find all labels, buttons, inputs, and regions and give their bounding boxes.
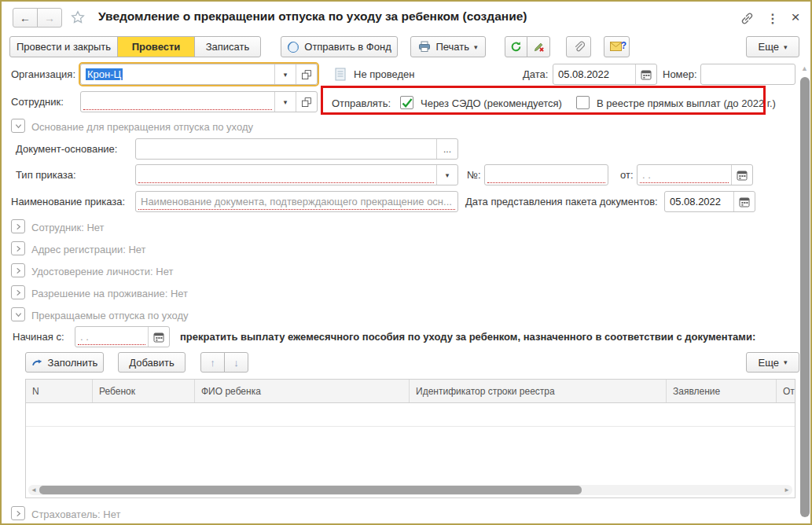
- order-name-field[interactable]: Наименование документа, подтверждающего …: [135, 191, 458, 212]
- package-date-calendar-button[interactable]: [733, 192, 755, 211]
- favorite-star-icon[interactable]: [68, 8, 87, 27]
- residence-section-toggle[interactable]: [11, 285, 25, 299]
- reason-section-title[interactable]: Основание для прекращения отпуска по ухо…: [31, 121, 253, 133]
- mail-question-button[interactable]: ?: [604, 36, 630, 57]
- package-date-field[interactable]: 05.08.2022: [664, 191, 755, 212]
- order-type-dropdown-button[interactable]: ▾: [436, 165, 457, 185]
- vertical-scrollbar-thumb[interactable]: [800, 77, 810, 517]
- calendar-icon: [737, 170, 748, 181]
- move-down-button[interactable]: ↓: [224, 352, 248, 373]
- employee-section-title[interactable]: Сотрудник: Нет: [31, 222, 105, 233]
- move-row-group: ↑ ↓: [200, 352, 248, 373]
- order-number-field[interactable]: [484, 164, 608, 185]
- sedo-checkbox-label[interactable]: Через СЭДО (рекомендуется): [421, 93, 562, 114]
- move-up-button[interactable]: ↑: [200, 352, 225, 373]
- open-icon: [302, 70, 311, 79]
- number-label: Номер:: [663, 64, 697, 85]
- chevron-down-icon: ▾: [784, 358, 788, 366]
- employee-open-button[interactable]: [296, 92, 317, 112]
- table-header-row: N Ребенок ФИО ребенка Идентификатор стро…: [26, 380, 795, 403]
- write-button[interactable]: Записать: [194, 36, 261, 57]
- starting-date-calendar-button[interactable]: [148, 327, 169, 347]
- leaves-section-title[interactable]: Прекращаемые отпуска по уходу: [31, 310, 189, 321]
- package-date-value: 05.08.2022: [670, 196, 721, 207]
- address-section-title[interactable]: Адрес регистрации: Нет: [31, 244, 146, 255]
- refresh-button[interactable]: [505, 36, 527, 57]
- reason-section-toggle[interactable]: [11, 119, 25, 133]
- chevron-down-icon: [15, 123, 22, 130]
- toolbar-more-button[interactable]: Еще▾: [746, 36, 799, 57]
- document-status-icon: [335, 68, 346, 81]
- scroll-left-icon[interactable]: ◄: [31, 485, 37, 495]
- date-field[interactable]: 05.08.2022: [553, 64, 657, 85]
- close-icon[interactable]: ×: [786, 8, 805, 27]
- registry-checkbox-label[interactable]: В реестре прямых выплат (до 2022 г.): [597, 93, 776, 114]
- column-header-child-name[interactable]: ФИО ребенка: [195, 380, 410, 402]
- chevron-down-icon: [15, 311, 22, 318]
- chevron-right-icon: [15, 289, 22, 296]
- pencil-cancel-icon: [533, 41, 545, 53]
- printer-icon: [418, 41, 431, 53]
- package-date-label: Дата представления пакета документов:: [465, 191, 658, 212]
- chevron-right-icon: [15, 245, 22, 252]
- attachments-button[interactable]: [566, 36, 591, 57]
- number-field[interactable]: [700, 64, 795, 85]
- employee-section-toggle[interactable]: [11, 219, 25, 233]
- column-header-registry-id[interactable]: Идентификатор строки реестра: [410, 380, 667, 402]
- column-header-application[interactable]: Заявление: [667, 380, 777, 402]
- refresh-icon: [510, 41, 522, 53]
- employee-field[interactable]: ▾: [80, 91, 318, 112]
- doc-base-choose-button[interactable]: ...: [436, 139, 457, 159]
- identity-section-title[interactable]: Удостоверение личности: Нет: [31, 266, 173, 277]
- order-date-field[interactable]: . .: [637, 164, 753, 185]
- post-and-close-button[interactable]: Провести и закрыть: [9, 36, 118, 57]
- date-calendar-button[interactable]: [635, 64, 656, 84]
- starting-date-placeholder: . .: [80, 331, 89, 343]
- organization-field[interactable]: Крон-Ц ▾: [80, 64, 318, 85]
- starting-date-field[interactable]: . .: [75, 326, 170, 347]
- column-header-responsible[interactable]: Отв: [777, 380, 795, 402]
- leaves-section-toggle[interactable]: [11, 307, 25, 321]
- column-header-child[interactable]: Ребенок: [93, 380, 195, 402]
- check-icon: [402, 98, 413, 108]
- cancel-edit-button[interactable]: [527, 36, 550, 57]
- order-date-calendar-button[interactable]: [731, 165, 752, 185]
- horizontal-scrollbar[interactable]: ◄ ►: [28, 485, 792, 495]
- insurer-section-title[interactable]: Страхователь: Нет: [31, 508, 120, 520]
- employee-dropdown-button[interactable]: ▾: [274, 92, 296, 112]
- chevron-down-icon: ▾: [446, 171, 450, 179]
- add-button[interactable]: Добавить: [118, 352, 186, 373]
- back-icon: ←: [20, 12, 31, 24]
- scroll-up-icon[interactable]: ▲: [801, 64, 808, 72]
- organization-dropdown-button[interactable]: ▾: [274, 64, 296, 84]
- chevron-right-icon: [15, 267, 22, 274]
- horizontal-scrollbar-thumb[interactable]: [39, 486, 582, 494]
- print-button[interactable]: Печать ▾: [410, 36, 486, 57]
- order-type-field[interactable]: ▾: [135, 164, 458, 185]
- sedo-checkbox[interactable]: [400, 96, 413, 109]
- organization-open-button[interactable]: [296, 64, 317, 84]
- column-header-n[interactable]: N: [26, 380, 93, 402]
- back-button[interactable]: ←: [13, 8, 38, 28]
- order-name-placeholder: Наименование документа, подтверждающего …: [141, 196, 452, 207]
- address-section-toggle[interactable]: [11, 241, 25, 255]
- post-button[interactable]: Провести: [117, 36, 195, 57]
- insurer-section-toggle[interactable]: [11, 506, 25, 520]
- table-empty-row[interactable]: [26, 403, 795, 427]
- scroll-right-icon[interactable]: ►: [784, 485, 790, 495]
- residence-section-title[interactable]: Разрешение на проживание: Нет: [31, 288, 188, 299]
- table-more-button[interactable]: Еще▾: [746, 352, 799, 373]
- kebab-menu-icon[interactable]: ⋮: [763, 9, 782, 28]
- doc-base-field[interactable]: ...: [135, 138, 458, 160]
- mail-question-icon: ?: [610, 42, 623, 52]
- identity-section-toggle[interactable]: [11, 263, 25, 277]
- send-to-fund-button[interactable]: Отправить в Фонд: [281, 36, 398, 57]
- page-title: Уведомление о прекращении отпуска по ухо…: [98, 9, 527, 24]
- forward-button[interactable]: →: [37, 8, 62, 28]
- date-value: 05.08.2022: [558, 68, 609, 80]
- get-link-icon[interactable]: [737, 9, 756, 28]
- open-icon: [302, 97, 311, 107]
- registry-checkbox[interactable]: [576, 96, 590, 109]
- organization-value: Крон-Ц: [86, 68, 123, 80]
- fill-button[interactable]: Заполнить: [25, 352, 104, 373]
